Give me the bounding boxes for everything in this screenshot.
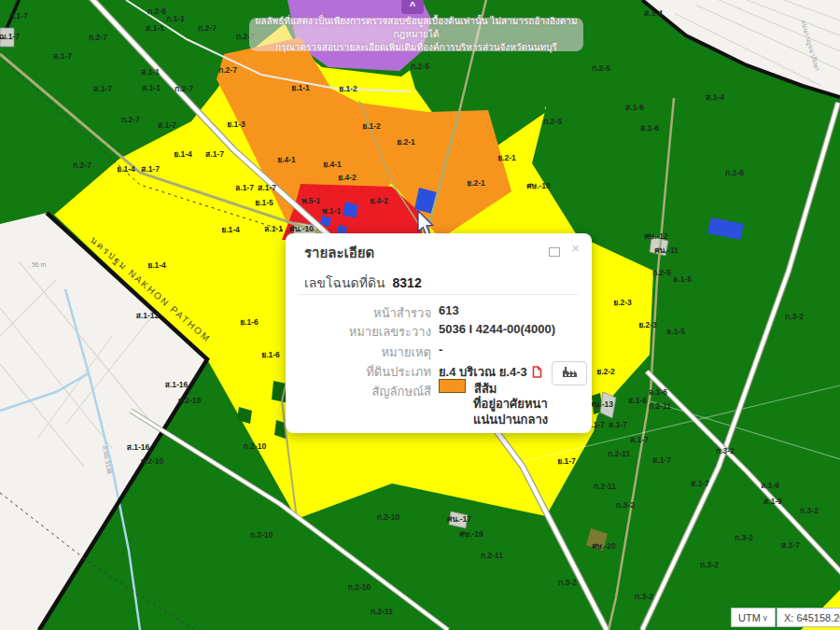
map-zone-label: ก.2-11 [649, 401, 671, 411]
map-zone-label: ย.4-1 [323, 160, 342, 169]
map-zone-label: ย.2-3 [638, 320, 657, 329]
basemap-label: , 56 m [28, 261, 47, 268]
map-zone-label: ย.2-1 [497, 153, 516, 162]
deed-number-row: เลขโฉนดที่ดิน8312 [304, 273, 422, 293]
map-zone-label: ศษ.-19 [459, 529, 483, 539]
map-zone-label: ก.2-5 [543, 117, 562, 126]
factory-report-button[interactable] [552, 361, 587, 385]
collapse-panel-button[interactable]: ^ [401, 0, 424, 14]
map-zone-label: ศน.-17 [447, 514, 471, 524]
field-label: หน้าสำรวจ [286, 303, 431, 323]
map-zone-label: ส.1-7 [630, 435, 649, 444]
map-zone-label: พ.5-1 [301, 196, 321, 205]
map-zone-label: ก.2-6 [147, 7, 166, 16]
disclaimer-banner: ผลลัพธ์ที่แสดง เป็นเพียงการตรวจสอบข้อมูล… [249, 18, 583, 51]
map-zone-label: ก.2-10 [178, 396, 202, 405]
map-viewport: ก.1-7ก.2-6ก.1-1ส.1-1ก.2-7ก.2-7ก.2-7ฌ.1-7… [0, 0, 840, 630]
maximize-icon[interactable] [549, 247, 560, 257]
map-zone-label: ก.2-6 [725, 168, 744, 177]
map-zone-label: ศน.-13 [589, 399, 613, 409]
map-zone-label: ส.1-7 [609, 420, 627, 429]
map-zone-label: ล.1-1 [264, 224, 283, 233]
map-zone-label: ศน.-11 [654, 245, 679, 255]
map-zone-label: ก.2-7 [218, 65, 237, 75]
legend-desc-line2: แน่นปานกลาง [473, 410, 548, 429]
map-zone-label: ส.1-9 [763, 497, 782, 506]
map-zone-label: ย.1-4 [174, 149, 192, 159]
map-zone-label: ย.1-7 [557, 456, 576, 466]
map-zone-label: ย.1-2 [339, 84, 357, 93]
map-zone-label: ก.2-10 [250, 530, 273, 539]
map-zone-label: ก.3-2 [735, 533, 753, 542]
map-zone-label: ส.1-16 [165, 380, 189, 389]
map-zone-label: ก.3-2 [635, 592, 653, 601]
field-value: 5036 I 4244-00(4000) [439, 322, 555, 336]
map-zone-label: ย.1-6 [261, 350, 280, 359]
map-zone-label: ศษ.-10 [526, 181, 551, 190]
map-zone-label: ก.1-7 [9, 11, 28, 21]
map-zone-label: ส.1-1 [146, 23, 164, 33]
map-zone-label: ส.1-7 [258, 183, 276, 192]
map-zone-label: ล.1-6 [649, 387, 667, 397]
map-zone-label: ก.3-2 [700, 560, 719, 569]
map-zone-label: ก.2-7 [89, 33, 107, 42]
map-zone-label: ส.1-7 [93, 84, 112, 93]
map-zone-label: ส.1-7 [691, 479, 709, 488]
map-zone-label: พ.1-1 [322, 206, 342, 216]
map-zone-label: ก.2-7 [73, 161, 91, 170]
map-zone-label: ก.3-2 [716, 446, 735, 455]
coordinate-system-value: UTM [738, 612, 761, 623]
map-zone-label: ย.4-1 [277, 155, 296, 164]
x-coordinate-value: X: 645158.20253 [784, 612, 840, 623]
map-zone-label: ส.1-7 [158, 120, 176, 130]
map-zone-label: ส.1-7 [781, 540, 800, 550]
map-zone-label: ล.1-5 [666, 327, 685, 336]
map-zone-label: ศษ.-20 [592, 541, 616, 551]
map-zone-label: ก.2-10 [141, 456, 164, 466]
pdf-file-icon[interactable] [532, 366, 542, 381]
coordinate-system-dropdown[interactable]: UTM ∨ [731, 608, 776, 627]
deed-value: 8312 [393, 275, 422, 290]
map-zone-label: ส.1-7 [205, 149, 224, 159]
map-zone-label: ย.1-4 [147, 260, 166, 270]
map-zone-label: ก.2-5 [652, 268, 671, 277]
disclaimer-line1: ผลลัพธ์ที่แสดง เป็นเพียงการตรวจสอบข้อมูล… [249, 15, 583, 41]
map-zone-label: ก.2-11 [594, 482, 616, 491]
map-zone-label: ล.1-5 [673, 274, 692, 284]
deed-label: เลขโฉนดที่ดิน [304, 275, 385, 290]
map-zone-label: ย.4-2 [338, 173, 357, 182]
legend-color-swatch [439, 379, 466, 393]
map-zone-label: ล.1-9 [761, 481, 779, 490]
map-zone-label: ย.1-4 [221, 225, 240, 234]
map-zone-label: ก.2-10 [348, 582, 371, 592]
close-icon[interactable]: × [571, 240, 580, 256]
x-coordinate-readout: X: 645158.20253 [777, 608, 840, 627]
coordinate-statusbar: UTM ∨ X: 645158.20253 [731, 608, 840, 627]
map-zone-label: ส.1-7 [53, 51, 72, 61]
land-type-value: ย.4 บริเวณ ย.4-3 [439, 365, 527, 379]
map-zone-label: ก.2-7 [121, 115, 140, 124]
map-zone-label: ส.1-6 [640, 123, 659, 133]
map-zone-label: ก.2-10 [377, 512, 400, 522]
map-zone-label: ล.1-7 [235, 183, 254, 192]
map-zone-label: ก.3-2 [785, 312, 804, 321]
map-zone-label: ส.1-4 [644, 8, 663, 18]
map-zone-label: ก.1-1 [166, 14, 185, 23]
map-zone-label: ก.2-5 [592, 63, 610, 73]
map-zone-label: ส.1-6 [625, 103, 644, 112]
map-zone-label: ย.1-2 [362, 121, 381, 131]
disclaimer-line2: กรุณาตรวจสอบรายละเอียดเพิ่มเติมที่องค์กา… [249, 41, 583, 54]
field-label: หมายเหตุ [286, 343, 431, 362]
map-zone-label: ส.1-7 [141, 164, 160, 174]
map-zone-label: ก.3-2 [800, 506, 819, 515]
map-zone-label: ฌ.1-7 [0, 32, 20, 41]
map-zone-label: ย.1-4 [117, 164, 135, 174]
map-zone-label: ย.2-1 [397, 137, 415, 147]
map-zone-label: ย.1-6 [240, 317, 259, 327]
field-value: 613 [439, 303, 459, 317]
details-dialog: รายละเอียด × เลขโฉนดที่ดิน8312 หน้าสำรวจ… [286, 233, 592, 433]
map-zone-label: ย.2-2 [596, 367, 615, 376]
map-zone-label: ย.1-1 [291, 83, 310, 92]
map-zone-label: ย.1-3 [227, 119, 245, 129]
map-zone-label: ศษ.-12 [644, 231, 668, 241]
